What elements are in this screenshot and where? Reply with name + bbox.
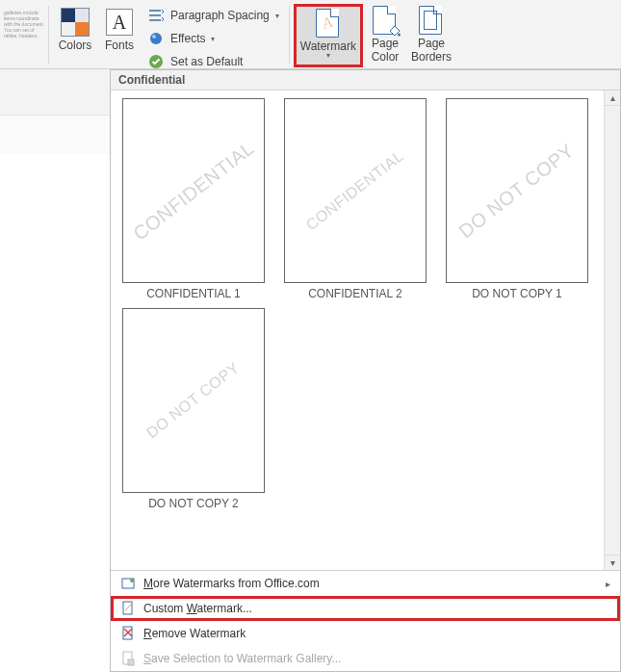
save-gallery-icon bbox=[120, 651, 136, 666]
office-icon bbox=[120, 576, 136, 591]
remove-watermark-label: Remove Watermark bbox=[143, 627, 246, 640]
set-default-button[interactable]: Set as Default bbox=[145, 52, 281, 71]
custom-watermark-label: Custom Watermark... bbox=[143, 602, 252, 615]
set-default-label: Set as Default bbox=[170, 55, 243, 68]
remove-icon bbox=[120, 626, 136, 641]
document-formatting-list: Paragraph Spacing ▾ Effects ▾ Set as Def… bbox=[142, 4, 285, 71]
page-borders-button[interactable]: Page Borders bbox=[407, 4, 455, 65]
thumbnail-caption: CONFIDENTIAL 2 bbox=[282, 283, 428, 302]
watermark-preview-text: CONFIDENTIAL bbox=[129, 137, 258, 245]
watermark-thumbnail[interactable]: DO NOT COPY DO NOT COPY 2 bbox=[120, 308, 267, 512]
watermark-gallery-dropdown: Confidential CONFIDENTIAL CONFIDENTIAL 1… bbox=[110, 69, 621, 672]
save-selection-label: Save Selection to Watermark Gallery... bbox=[143, 652, 341, 665]
chevron-down-icon: ▾ bbox=[326, 51, 330, 60]
watermark-preview-text: DO NOT COPY bbox=[143, 359, 243, 442]
fonts-label: Fonts bbox=[105, 39, 134, 52]
fonts-icon: A bbox=[106, 9, 133, 36]
thumbnail-caption: CONFIDENTIAL 1 bbox=[120, 283, 267, 302]
gallery-scrollbar[interactable]: ▴ ▾ bbox=[604, 90, 620, 570]
chevron-down-icon: ▾ bbox=[275, 12, 279, 20]
colors-icon bbox=[61, 8, 90, 37]
gallery-scroll-area: CONFIDENTIAL CONFIDENTIAL 1 CONFIDENTIAL… bbox=[111, 90, 620, 570]
watermark-preview-text: CONFIDENTIAL bbox=[303, 147, 407, 234]
effects-icon bbox=[147, 30, 165, 47]
checkmark-icon bbox=[147, 53, 165, 70]
svg-point-1 bbox=[152, 35, 156, 39]
watermark-thumbnail[interactable]: DO NOT COPY DO NOT COPY 1 bbox=[444, 98, 590, 302]
document-icon bbox=[120, 601, 136, 616]
custom-watermark-menu-item[interactable]: Custom Watermark... bbox=[111, 596, 620, 621]
submenu-arrow-icon: ▸ bbox=[606, 579, 610, 589]
svg-point-5 bbox=[130, 579, 134, 582]
page-borders-icon bbox=[419, 6, 444, 37]
page-color-label: Page Color bbox=[372, 37, 400, 64]
thumbnail-caption: DO NOT COPY 2 bbox=[120, 493, 267, 512]
page-color-icon bbox=[373, 6, 398, 37]
remove-watermark-menu-item[interactable]: Remove Watermark bbox=[111, 621, 620, 646]
colors-label: Colors bbox=[59, 39, 92, 52]
fonts-button[interactable]: A Fonts bbox=[97, 4, 142, 65]
scroll-up-button[interactable]: ▴ bbox=[605, 90, 620, 106]
colors-button[interactable]: Colors bbox=[53, 4, 97, 65]
svg-point-0 bbox=[150, 33, 162, 44]
theme-description-text: galleries include items coordinate with … bbox=[2, 4, 44, 39]
watermark-button[interactable]: A Watermark ▾ bbox=[294, 4, 363, 67]
effects-button[interactable]: Effects ▾ bbox=[145, 29, 281, 48]
watermark-dropdown-area: Confidential CONFIDENTIAL CONFIDENTIAL 1… bbox=[0, 69, 621, 672]
paragraph-spacing-label: Paragraph Spacing bbox=[170, 9, 270, 22]
ribbon-divider bbox=[48, 6, 49, 64]
svg-rect-9 bbox=[128, 659, 134, 665]
save-selection-menu-item: Save Selection to Watermark Gallery... bbox=[111, 646, 620, 671]
paragraph-spacing-icon bbox=[147, 7, 165, 24]
watermark-thumbnail[interactable]: CONFIDENTIAL CONFIDENTIAL 2 bbox=[282, 98, 428, 302]
paragraph-spacing-button[interactable]: Paragraph Spacing ▾ bbox=[145, 6, 281, 25]
ribbon: galleries include items coordinate with … bbox=[0, 0, 621, 69]
page-color-button[interactable]: Page Color bbox=[363, 4, 407, 65]
more-watermarks-label: More Watermarks from Office.com bbox=[143, 577, 320, 590]
watermark-thumbnail[interactable]: CONFIDENTIAL CONFIDENTIAL 1 bbox=[120, 98, 267, 302]
scroll-down-button[interactable]: ▾ bbox=[605, 555, 620, 570]
gallery-category-header: Confidential bbox=[111, 70, 620, 90]
ribbon-divider bbox=[289, 6, 290, 64]
watermark-icon: A bbox=[316, 9, 341, 39]
chevron-down-icon: ▾ bbox=[211, 35, 215, 43]
page-borders-label: Page Borders bbox=[411, 37, 452, 64]
document-background bbox=[0, 69, 110, 672]
effects-label: Effects bbox=[170, 32, 205, 45]
svg-point-3 bbox=[398, 34, 401, 37]
more-watermarks-menu-item[interactable]: More Watermarks from Office.com ▸ bbox=[111, 571, 620, 596]
thumbnail-caption: DO NOT COPY 1 bbox=[444, 283, 590, 302]
watermark-preview-text: DO NOT COPY bbox=[455, 139, 580, 242]
gallery-menu: More Watermarks from Office.com ▸ Custom… bbox=[111, 570, 620, 671]
